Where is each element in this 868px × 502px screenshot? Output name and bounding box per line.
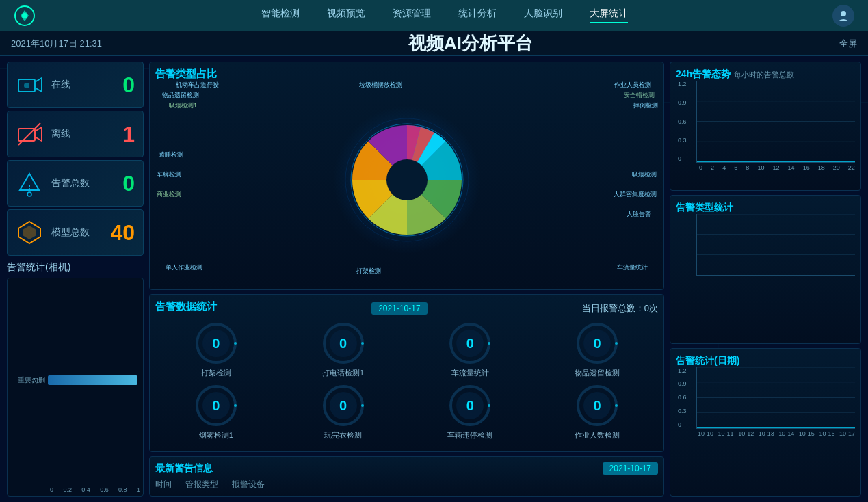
y-label-0: 0 [678, 155, 687, 162]
left-panel: 在线 0 离线 1 告警总数 0 [7, 62, 144, 497]
pie-label-11: 打架检测 [356, 267, 381, 276]
nav-item-shipinyulan[interactable]: 视频预览 [327, 8, 365, 23]
stat-row-online: 在线 0 [7, 62, 144, 108]
center-panel: 告警类型占比 [149, 62, 664, 497]
main-content: 在线 0 离线 1 告警总数 0 [0, 56, 868, 502]
circle-item-6: 0 车辆违停检测 [410, 384, 531, 440]
stats-date: 2021-10-17 [371, 302, 427, 315]
pie-label-3: 摔倒检测 [633, 101, 658, 110]
x-label-time-8: 16 [803, 164, 810, 171]
circle-value-1: 0 [339, 336, 347, 352]
pie-labels: 垃圾桶摆放检测 作业人员检测 安全帽检测 摔倒检测 机动车占道行驶 物品遗留检测… [155, 81, 658, 279]
pie-wrapper: 垃圾桶摆放检测 作业人员检测 安全帽检测 摔倒检测 机动车占道行驶 物品遗留检测… [155, 81, 658, 279]
circle-label-5: 玩完衣检测 [324, 430, 362, 440]
x-label-0: 0 [50, 486, 53, 493]
nav-item-ziyuanguanli[interactable]: 资源管理 [393, 8, 431, 23]
date-x-label-2: 10-12 [738, 430, 754, 437]
online-label: 在线 [51, 79, 114, 91]
circle-ring-7: 0 [575, 384, 619, 427]
svg-marker-14 [35, 78, 42, 92]
svg-marker-17 [35, 127, 42, 141]
date-chart-svg [697, 367, 855, 428]
alarm-value: 0 [122, 171, 135, 196]
circle-label-3: 物品遗留检测 [575, 368, 620, 378]
circle-item-2: 0 车流量统计 [410, 321, 531, 378]
x-label-2: 0.4 [81, 486, 90, 493]
model-icon [16, 219, 43, 246]
model-label: 模型总数 [51, 226, 102, 239]
x-label-1: 0.2 [63, 486, 72, 493]
profile-button[interactable] [832, 5, 854, 27]
pie-label-12: 单人作业检测 [166, 263, 202, 272]
circle-item-1: 0 打电话检测1 [282, 321, 404, 378]
x-label-3: 0.6 [100, 486, 109, 493]
online-value: 0 [122, 72, 135, 98]
nav-menu: 智能检测 视频预览 资源管理 统计分析 人脸识别 大屏统计 [56, 8, 832, 23]
camera-online-icon [16, 71, 43, 98]
camera-offline-icon [16, 120, 43, 148]
nav-item-tongjifen[interactable]: 统计分析 [458, 8, 497, 23]
pie-label-7: 吸烟检测 [632, 170, 657, 179]
date-chart-title: 告警统计(日期) [676, 355, 739, 366]
date-x-label-5: 10-15 [799, 430, 815, 437]
alert-bar-title: 告警统计(相机) [7, 261, 144, 274]
fullscreen-button[interactable]: 全屏 [839, 38, 857, 50]
y-label-4: 1.2 [678, 81, 687, 88]
date-y-label-0: 0 [678, 421, 687, 428]
date-y-label-4: 1.2 [678, 367, 687, 374]
datetime-display: 2021年10月17日 21:31 [11, 38, 102, 50]
circle-item-5: 0 玩完衣检测 [282, 384, 404, 440]
circle-value-5: 0 [339, 398, 347, 414]
x-label-time-1: 2 [711, 164, 714, 171]
bar-fill [48, 375, 137, 385]
date-x-label-1: 10-11 [718, 430, 734, 437]
circle-label-2: 车流量统计 [451, 368, 489, 378]
date-x-label-0: 10-10 [698, 430, 713, 437]
svg-point-20 [29, 188, 30, 189]
stat-row-model: 模型总数 40 [7, 209, 144, 256]
circle-value-6: 0 [466, 398, 474, 414]
pie-label-6: 吸烟检测1 [169, 101, 197, 110]
x-label-time-3: 6 [734, 164, 737, 171]
x-label-time-6: 12 [772, 164, 779, 171]
circle-ring-0: 0 [194, 321, 238, 365]
news-header: 最新警告信息 2021-10-17 [155, 462, 658, 475]
bar-chart-section: 告警类型统计 [670, 195, 861, 344]
circle-value-3: 0 [594, 336, 601, 352]
nav-item-zhijianjiancj[interactable]: 智能检测 [261, 8, 300, 23]
pie-label-0: 垃圾桶摆放检测 [359, 81, 402, 90]
pie-label-9: 人脸告警 [627, 210, 651, 219]
alarm-label: 告警总数 [51, 177, 114, 189]
news-columns: 时间 管报类型 报警设备 [155, 479, 658, 490]
circle-item-4: 0 烟雾检测1 [155, 384, 277, 440]
pie-title: 告警类型占比 [155, 68, 217, 79]
pie-label-1: 作业人员检测 [614, 81, 651, 90]
svg-line-18 [18, 123, 40, 145]
line-chart-area: 1.2 0.9 0.6 0.3 0 [696, 81, 855, 163]
circle-ring-1: 0 [321, 321, 365, 365]
date-y-label-2: 0.6 [678, 394, 687, 401]
circle-label-0: 打架检测 [201, 368, 231, 378]
stat-row-offline: 离线 1 [7, 111, 144, 157]
y-label-3: 0.9 [678, 99, 687, 106]
x-label-5: 1 [137, 486, 140, 493]
circle-ring-5: 0 [321, 384, 365, 427]
circle-ring-4: 0 [194, 384, 238, 427]
navbar: 智能检测 视频预览 资源管理 统计分析 人脸识别 大屏统计 [0, 0, 868, 31]
x-label-time-2: 4 [722, 164, 726, 171]
nav-item-daping[interactable]: 大屏统计 [590, 8, 628, 23]
bar-chart-svg [697, 214, 855, 275]
bar-chart-area [696, 214, 855, 276]
date-y-label-3: 0.9 [678, 380, 687, 387]
date-chart-section: 告警统计(日期) 1.2 0.9 0.6 0.3 0 [670, 348, 861, 497]
y-label-2: 0.6 [678, 118, 687, 125]
date-chart-area: 1.2 0.9 0.6 0.3 0 [696, 367, 855, 429]
news-col-time: 时间 [155, 479, 172, 490]
line-chart-section: 24h告警态势 每小时的告警总数 1.2 0.9 0.6 0.3 0 [670, 62, 861, 191]
stats-subtitle: 当日报警总数：0次 [582, 302, 658, 315]
svg-point-21 [27, 192, 31, 196]
line-chart-title: 24h告警态势 [676, 68, 731, 79]
date-y-label-1: 0.3 [678, 408, 687, 414]
nav-item-renjian[interactable]: 人脸识别 [524, 8, 562, 23]
circle-value-4: 0 [212, 398, 220, 414]
